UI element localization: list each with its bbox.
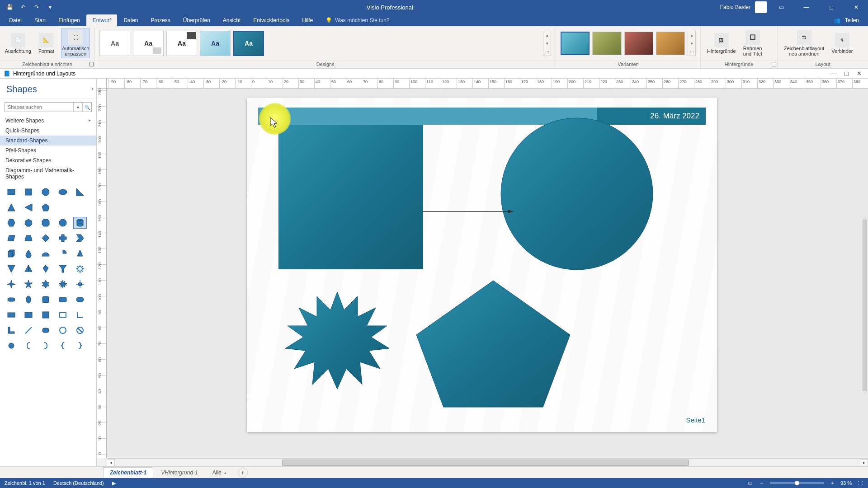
shape-stadium[interactable] xyxy=(73,294,87,305)
section-weitere-shapes[interactable]: Weitere Shapes▸ xyxy=(0,116,96,126)
design-theme-2[interactable]: Aa xyxy=(133,31,164,56)
search-dropdown[interactable]: ▾ xyxy=(73,103,82,112)
shape-rounded-rect[interactable] xyxy=(56,294,70,305)
shape-triangle[interactable] xyxy=(5,202,18,213)
shape-pie[interactable] xyxy=(56,248,70,259)
shape-kite[interactable] xyxy=(39,263,52,275)
share-button[interactable]: Teilen xyxy=(845,17,859,23)
shape-corner[interactable] xyxy=(73,309,87,321)
designs-gallery-expand[interactable]: ▴▾⋯ xyxy=(543,31,551,56)
shape-ellipse[interactable] xyxy=(56,186,70,198)
shape-triangle-left[interactable] xyxy=(22,202,35,213)
shape-rounded-sq[interactable] xyxy=(39,294,52,305)
shape-rect4[interactable] xyxy=(39,309,52,321)
shape-bracket-r[interactable] xyxy=(39,340,52,352)
ribbon-display-options[interactable]: ▭ xyxy=(771,0,792,14)
shape-rectangle[interactable] xyxy=(5,186,18,198)
tab-entwicklertools[interactable]: Entwicklertools xyxy=(247,14,296,26)
zoom-level[interactable]: 93 % xyxy=(840,480,852,486)
maximize-button[interactable]: ◻ xyxy=(821,0,841,14)
border-title-button[interactable]: 🔲Rahmen und Titel xyxy=(741,28,764,58)
close-button[interactable]: ✕ xyxy=(846,0,866,14)
shape-diamond[interactable] xyxy=(39,232,52,244)
shape-right-triangle[interactable] xyxy=(73,186,87,198)
shape-ring[interactable] xyxy=(56,324,70,336)
shape-decagon[interactable] xyxy=(56,217,70,229)
shape-no-symbol[interactable] xyxy=(73,324,87,336)
shape-line[interactable] xyxy=(22,324,35,336)
shape-trapezoid[interactable] xyxy=(22,232,35,244)
shape-3d-triangle[interactable] xyxy=(22,263,35,275)
tab-datei[interactable]: Datei xyxy=(3,14,28,26)
canvas-pentagon[interactable] xyxy=(414,278,572,409)
shape-hexagon[interactable] xyxy=(5,217,18,229)
shape-rect2[interactable] xyxy=(5,309,18,321)
dialog-launcher[interactable] xyxy=(772,62,776,66)
shape-star8[interactable] xyxy=(56,278,70,290)
shape-plus[interactable] xyxy=(56,232,70,244)
vertical-scrollbar[interactable] xyxy=(862,93,868,431)
section-diagramm-shapes[interactable]: Diagramm- und Mathematik-Shapes xyxy=(0,165,96,182)
scroll-right-button[interactable]: ▸ xyxy=(860,459,868,466)
canvas-square[interactable] xyxy=(278,125,423,269)
tab-start[interactable]: Start xyxy=(28,14,52,26)
tab-ueberpruefen[interactable]: Überprüfen xyxy=(177,14,217,26)
status-language[interactable]: Deutsch (Deutschland) xyxy=(53,480,104,486)
page-tab-all[interactable]: Alle▴ xyxy=(206,467,233,478)
shape-heptagon[interactable] xyxy=(22,217,35,229)
ruler-vertical[interactable]: 2302202102001901801701601501401301201101… xyxy=(97,89,107,458)
shape-star4[interactable] xyxy=(5,278,18,290)
shape-frame[interactable] xyxy=(56,309,70,321)
shape-dot[interactable] xyxy=(5,340,18,352)
scroll-left-button[interactable]: ◂ xyxy=(107,459,115,466)
minimize-button[interactable]: — xyxy=(796,0,816,14)
shape-bracket-l[interactable] xyxy=(22,340,35,352)
collapse-shapes-panel[interactable]: ‹ xyxy=(91,85,94,92)
tab-ansicht[interactable]: Ansicht xyxy=(217,14,247,26)
connectors-button[interactable]: ↯Verbinder xyxy=(830,28,854,58)
shape-oval-v[interactable] xyxy=(22,294,35,305)
shape-burst[interactable] xyxy=(73,278,87,290)
shape-rounded4[interactable] xyxy=(39,324,52,336)
shape-brace-r[interactable] xyxy=(73,340,87,352)
design-theme-4[interactable]: Aa xyxy=(200,31,231,56)
fit-window-button[interactable]: ⛶ xyxy=(856,479,863,487)
shape-parallelogram[interactable] xyxy=(5,232,18,244)
shape-star5[interactable] xyxy=(22,278,35,290)
backgrounds-button[interactable]: 🖼Hintergründe xyxy=(705,28,738,58)
shape-cylinder[interactable] xyxy=(73,217,87,229)
macro-recorder-icon[interactable]: ▶ xyxy=(112,480,116,486)
dialog-launcher[interactable] xyxy=(89,62,94,66)
shape-cube[interactable] xyxy=(5,248,18,259)
shape-brace-l[interactable] xyxy=(56,340,70,352)
variants-gallery-expand[interactable]: ▴▾⋯ xyxy=(688,31,696,56)
orientation-button[interactable]: 📄Ausrichtung xyxy=(5,28,31,58)
section-standard-shapes[interactable]: Standard-Shapes xyxy=(0,136,96,145)
shape-rect3[interactable] xyxy=(22,309,35,321)
presentation-mode-button[interactable]: ▭ xyxy=(746,479,754,487)
subwin-close[interactable]: ✕ xyxy=(854,70,864,78)
shape-cone[interactable] xyxy=(73,248,87,259)
subwin-maximize[interactable]: ◻ xyxy=(841,70,852,78)
section-dekorative-shapes[interactable]: Dekorative Shapes xyxy=(0,155,96,165)
page-tab-1[interactable]: Zeichenblatt-1 xyxy=(103,467,153,478)
shape-funnel[interactable] xyxy=(56,263,70,275)
shape-square[interactable] xyxy=(22,186,35,198)
user-avatar[interactable] xyxy=(755,1,767,13)
auto-fit-button[interactable]: ⛶Automatisch anpassen xyxy=(61,28,90,58)
shape-drop[interactable] xyxy=(22,248,35,259)
design-theme-3[interactable]: Aa xyxy=(166,31,197,56)
section-quick-shapes[interactable]: Quick-Shapes xyxy=(0,126,96,136)
shape-triangle-down[interactable] xyxy=(5,263,18,275)
save-button[interactable]: 💾 xyxy=(4,1,15,13)
horizontal-scrollbar[interactable]: ◂ ▸ xyxy=(107,458,868,466)
drawing-page[interactable]: 26. März 2022 Titel Seite1 xyxy=(247,98,717,432)
drawing-canvas[interactable]: 26. März 2022 Titel Seite1 xyxy=(107,89,868,458)
relayout-button[interactable]: ⇆Zeichenblattlayout neu anordnen xyxy=(782,28,826,58)
variant-2[interactable] xyxy=(592,32,621,55)
shape-pentagon[interactable] xyxy=(39,202,52,213)
title-placeholder-text[interactable]: Titel xyxy=(261,108,284,122)
variant-4[interactable] xyxy=(656,32,685,55)
design-theme-5[interactable]: Aa xyxy=(233,31,264,56)
search-icon[interactable]: 🔍 xyxy=(82,103,91,112)
